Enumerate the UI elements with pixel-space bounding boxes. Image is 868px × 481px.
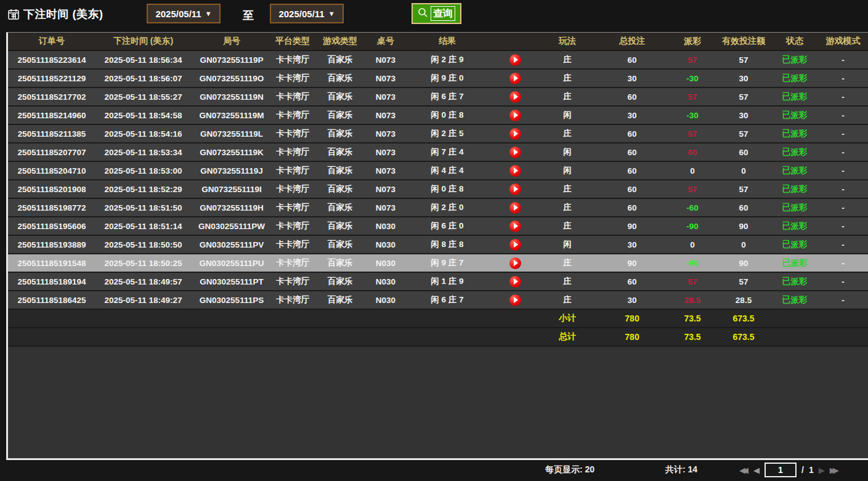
cell-status: 已派彩	[771, 128, 818, 139]
play-replay-icon[interactable]	[509, 276, 521, 288]
play-replay-icon[interactable]	[509, 91, 521, 103]
cell-payout: -30	[669, 111, 716, 120]
cell-replay	[490, 91, 540, 103]
cell-round-no: GN0732551119N	[191, 92, 272, 102]
table-row[interactable]: 250511185211385 2025-05-11 18:54:16 GN07…	[8, 125, 868, 143]
total-count-label: 共计: 14	[665, 464, 697, 475]
table-row[interactable]: 250511185223614 2025-05-11 18:56:34 GN07…	[8, 51, 868, 70]
cell-round-no: GN0732551119O	[191, 74, 272, 83]
cell-bet-time: 2025-05-11 18:50:25	[95, 259, 191, 268]
cell-result: 闲 2 庄 0	[404, 202, 490, 213]
cell-bet-time: 2025-05-11 18:49:57	[95, 277, 191, 286]
cell-valid-bet: 90	[716, 259, 771, 268]
play-replay-icon[interactable]	[509, 54, 521, 66]
header-table-no: 桌号	[367, 36, 404, 47]
grand-total-valid-bet: 673.5	[716, 332, 771, 342]
cell-result: 闲 2 庄 9	[404, 54, 490, 65]
cell-game-mode: -	[818, 166, 868, 176]
cell-valid-bet: 0	[716, 166, 771, 176]
cell-game-type: 百家乐	[313, 257, 367, 269]
cell-bet-time: 2025-05-11 18:51:14	[95, 222, 191, 231]
play-replay-icon[interactable]	[509, 147, 521, 158]
table-row[interactable]: 250511185189194 2025-05-11 18:49:57 GN03…	[8, 273, 868, 291]
cell-bet-time: 2025-05-11 18:53:34	[95, 148, 191, 157]
cell-replay	[490, 73, 540, 84]
cell-payout: 0	[669, 166, 716, 176]
cell-bet-time: 2025-05-11 18:52:29	[95, 185, 191, 194]
cell-payout: 57	[669, 92, 716, 102]
cell-table-no: N073	[367, 148, 404, 157]
play-replay-icon[interactable]	[509, 73, 521, 84]
table-row[interactable]: 250511185204710 2025-05-11 18:53:00 GN07…	[8, 162, 868, 180]
play-replay-icon[interactable]	[509, 184, 521, 195]
subtotal-valid-bet: 673.5	[716, 313, 771, 323]
table-row[interactable]: 250511185207707 2025-05-11 18:53:34 GN07…	[8, 143, 868, 162]
play-replay-icon[interactable]	[509, 220, 521, 232]
cell-round-no: GN030255111PS	[191, 296, 272, 305]
cell-table-no: N030	[367, 222, 404, 231]
date-to-select[interactable]: 2025/05/11 ▼	[270, 4, 344, 23]
table-row[interactable]: 250511185198772 2025-05-11 18:51:50 GN07…	[8, 199, 868, 217]
search-icon	[418, 7, 428, 20]
cell-total-bet: 60	[595, 92, 669, 102]
cell-table-no: N073	[367, 203, 404, 212]
cell-payout: -90	[669, 222, 716, 231]
cell-valid-bet: 60	[716, 148, 771, 157]
query-button[interactable]: 查询	[412, 3, 461, 24]
first-page-icon[interactable]: ◀◀	[739, 466, 748, 475]
cell-result: 闲 0 庄 8	[404, 184, 490, 195]
cell-valid-bet: 57	[716, 55, 771, 65]
cell-replay	[490, 165, 540, 177]
cell-play-type: 闲	[540, 110, 595, 121]
cell-round-no: GN0732551119J	[191, 166, 272, 176]
cell-total-bet: 30	[595, 296, 669, 305]
table-row[interactable]: 250511185217702 2025-05-11 18:55:27 GN07…	[8, 88, 868, 107]
header-status: 状态	[771, 36, 818, 47]
cell-order-no: 250511185201908	[8, 185, 95, 194]
next-page-icon[interactable]: ▶	[819, 466, 825, 475]
play-replay-icon[interactable]	[509, 110, 521, 121]
play-replay-icon[interactable]	[509, 257, 521, 269]
cell-game-mode: -	[818, 148, 868, 157]
play-replay-icon[interactable]	[509, 239, 521, 251]
cell-order-no: 250511185186425	[8, 296, 95, 305]
cell-platform: 卡卡湾厅	[272, 239, 313, 250]
play-replay-icon[interactable]	[509, 165, 521, 177]
cell-platform: 卡卡湾厅	[272, 54, 313, 65]
last-page-icon[interactable]: ▶▶	[830, 466, 839, 475]
cell-bet-time: 2025-05-11 18:53:00	[95, 166, 191, 176]
play-replay-icon[interactable]	[509, 128, 521, 140]
header-valid-bet: 有效投注额	[716, 36, 771, 47]
cell-order-no: 250511185193889	[8, 240, 95, 249]
header-payout: 派彩	[669, 36, 716, 47]
table-row[interactable]: 250511185214960 2025-05-11 18:54:58 GN07…	[8, 107, 868, 125]
table-row[interactable]: 250511185221129 2025-05-11 18:56:07 GN07…	[8, 70, 868, 88]
table-row[interactable]: 250511185191548 2025-05-11 18:50:25 GN03…	[8, 254, 868, 273]
cell-status: 已派彩	[771, 184, 818, 195]
date-from-select[interactable]: 2025/05/11 ▼	[147, 4, 221, 23]
subtotal-total-bet: 780	[595, 313, 669, 323]
cell-bet-time: 2025-05-11 18:54:16	[95, 129, 191, 139]
table-row[interactable]: 250511185186425 2025-05-11 18:49:27 GN03…	[8, 291, 868, 310]
cell-payout: 57	[669, 129, 716, 139]
cell-game-type: 百家乐	[313, 147, 367, 158]
chevron-down-icon: ▼	[205, 10, 212, 17]
page-number-input[interactable]	[765, 463, 797, 477]
cell-result: 闲 2 庄 5	[404, 128, 490, 139]
prev-page-icon[interactable]: ◀	[753, 466, 760, 475]
cell-replay	[490, 110, 540, 121]
table-row[interactable]: 250511185195606 2025-05-11 18:51:14 GN03…	[8, 217, 868, 236]
table-row[interactable]: 250511185201908 2025-05-11 18:52:29 GN07…	[8, 180, 868, 199]
play-replay-icon[interactable]	[509, 294, 521, 306]
cell-result: 闲 4 庄 4	[404, 165, 490, 176]
cell-table-no: N030	[367, 296, 404, 305]
cell-bet-time: 2025-05-11 18:56:07	[95, 74, 191, 83]
page-total: 1	[809, 465, 814, 475]
cell-platform: 卡卡湾厅	[272, 220, 313, 232]
cell-round-no: GN0732551119M	[191, 111, 272, 120]
table-row[interactable]: 250511185193889 2025-05-11 18:50:50 GN03…	[8, 236, 868, 254]
play-replay-icon[interactable]	[509, 202, 521, 214]
cell-valid-bet: 57	[716, 277, 771, 286]
cell-valid-bet: 57	[716, 185, 771, 194]
cell-order-no: 250511185217702	[8, 92, 95, 102]
